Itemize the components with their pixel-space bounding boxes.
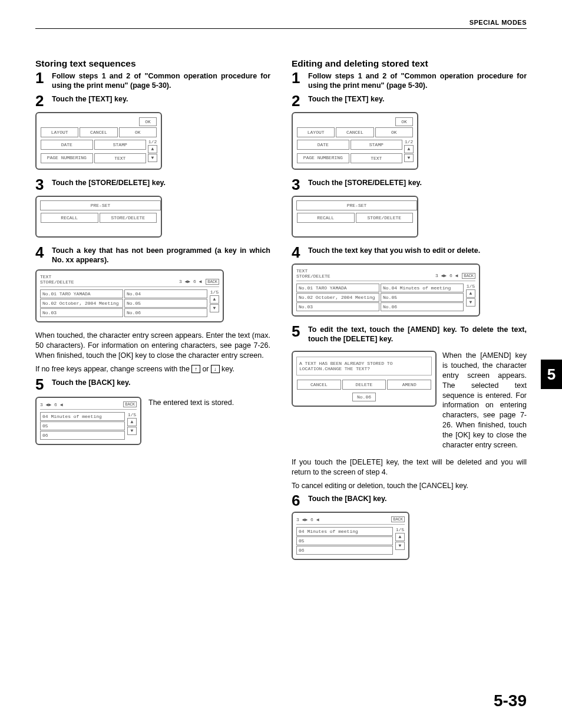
list-item[interactable]: No.05 bbox=[124, 299, 207, 308]
page-numbering-button[interactable]: PAGE NUMBERING bbox=[297, 153, 349, 163]
header-section: SPECIAL MODES bbox=[35, 19, 527, 26]
scroll: 1/5 ▲ ▼ bbox=[210, 289, 219, 318]
menu-screen: OK LAYOUT CANCEL OK DATE STAMP PAGE NUMB… bbox=[35, 112, 162, 170]
list-item[interactable]: No.06 bbox=[124, 308, 207, 317]
step-number: 2 bbox=[35, 94, 48, 107]
step-number: 6 bbox=[292, 494, 305, 507]
ok-button[interactable]: OK bbox=[139, 117, 157, 126]
back-screen: 3 ◀▶ 6 ◀ BACK 04 Minutes of meeting 05 0… bbox=[292, 512, 409, 560]
list-item[interactable]: 06 bbox=[40, 431, 125, 440]
list-item[interactable]: No.03 bbox=[40, 308, 123, 317]
right-title: Editing and deleting stored text bbox=[292, 58, 527, 69]
cancel-button[interactable]: CANCEL bbox=[80, 127, 117, 137]
step-number: 5 bbox=[35, 378, 48, 391]
step-number: 1 bbox=[35, 71, 48, 84]
down-icon[interactable]: ▼ bbox=[127, 427, 137, 435]
scroll: 1/5 ▲ ▼ bbox=[127, 412, 137, 440]
up-icon[interactable]: ▲ bbox=[466, 289, 475, 298]
text: key. bbox=[220, 365, 234, 373]
text: or bbox=[200, 365, 211, 373]
cancel-button[interactable]: CANCEL bbox=[297, 380, 341, 390]
list-item[interactable]: No.04 Minutes of meeting bbox=[381, 284, 464, 292]
back-button[interactable]: BACK bbox=[123, 401, 137, 407]
date-button[interactable]: DATE bbox=[297, 140, 349, 150]
text-button[interactable]: TEXT bbox=[94, 153, 147, 163]
stamp-button[interactable]: STAMP bbox=[351, 140, 403, 150]
down-icon[interactable]: ▼ bbox=[404, 154, 414, 162]
back-button[interactable]: BACK bbox=[206, 279, 219, 285]
back-screen: 3 ◀▶ 6 ◀ BACK 04 Minutes of meeting 05 0… bbox=[35, 397, 141, 445]
right-step-4: 4 Touch the text key that you wish to ed… bbox=[292, 246, 527, 259]
up-icon[interactable]: ▲ bbox=[210, 295, 219, 304]
back-button[interactable]: BACK bbox=[391, 516, 405, 522]
down-icon[interactable]: ▼ bbox=[210, 304, 219, 312]
step-text: Touch the [TEXT] key. bbox=[308, 94, 527, 104]
list-item[interactable]: No.04 bbox=[124, 289, 207, 298]
right-step-1: 1 Follow steps 1 and 2 of "Common operat… bbox=[292, 71, 527, 91]
nav-indicator: 3 ◀▶ 6 ◀ bbox=[40, 402, 62, 407]
list-item[interactable]: No.03 bbox=[296, 302, 379, 311]
up-icon[interactable]: ▲ bbox=[127, 418, 137, 426]
step-text: To edit the text, touch the [AMEND] key.… bbox=[308, 325, 527, 344]
list-item[interactable]: 05 bbox=[296, 536, 393, 545]
up-icon[interactable]: ▲ bbox=[404, 145, 414, 153]
down-icon[interactable]: ▼ bbox=[148, 154, 157, 162]
down-icon[interactable]: ▼ bbox=[395, 542, 405, 550]
list-item[interactable]: No.01 TARO YAMADA bbox=[40, 289, 123, 298]
text-button[interactable]: TEXT bbox=[351, 153, 403, 163]
store-delete-button[interactable]: STORE/DELETE bbox=[356, 213, 414, 223]
list-item[interactable]: 06 bbox=[296, 546, 393, 555]
ok-button[interactable]: OK bbox=[119, 127, 157, 137]
ok-button[interactable]: OK bbox=[395, 117, 413, 126]
layout-button[interactable]: LAYOUT bbox=[297, 127, 335, 137]
list-item[interactable]: 05 bbox=[40, 421, 125, 430]
stamp-button[interactable]: STAMP bbox=[94, 140, 147, 150]
step-text: Touch the [TEXT] key. bbox=[52, 94, 270, 104]
nav-indicator: 3 ◀▶ 6 ◀ bbox=[296, 517, 319, 522]
rule bbox=[35, 28, 527, 29]
right-column: Editing and deleting stored text 1 Follo… bbox=[292, 58, 527, 568]
page-numbering-button[interactable]: PAGE NUMBERING bbox=[41, 153, 93, 163]
recall-button[interactable]: RECALL bbox=[41, 213, 98, 223]
recall-button[interactable]: RECALL bbox=[297, 213, 355, 223]
step-text: Touch the [STORE/DELETE] key. bbox=[308, 178, 527, 187]
store-delete-button[interactable]: STORE/DELETE bbox=[100, 213, 157, 223]
step-number: 3 bbox=[35, 178, 48, 191]
preset-label: PRE-SET bbox=[40, 200, 161, 210]
list-item[interactable]: No.02 October, 2004 Meeting bbox=[296, 293, 379, 302]
page-indicator: 1/5 bbox=[467, 284, 475, 289]
step-number: 1 bbox=[292, 71, 305, 84]
step-text: Touch the [BACK] key. bbox=[308, 494, 527, 503]
list-item[interactable]: No.02 October, 2004 Meeting bbox=[40, 299, 123, 308]
breadcrumb: STORE/DELETE bbox=[296, 274, 330, 279]
list-item[interactable]: No.06 bbox=[381, 302, 464, 311]
date-button[interactable]: DATE bbox=[41, 140, 93, 150]
list-item[interactable]: No.05 bbox=[381, 293, 464, 302]
delete-button[interactable]: DELETE bbox=[342, 380, 386, 390]
scroll: 1/2 ▲ ▼ bbox=[404, 139, 414, 165]
layout-button[interactable]: LAYOUT bbox=[41, 127, 78, 137]
cancel-button[interactable]: CANCEL bbox=[336, 127, 373, 137]
right-step-3: 3 Touch the [STORE/DELETE] key. bbox=[292, 178, 527, 191]
back-button[interactable]: BACK bbox=[462, 273, 475, 279]
dialog-message: A TEXT HAS BEEN ALREADY STORED TO LOCATI… bbox=[296, 357, 432, 375]
list-item[interactable]: No.01 TARO YAMADA bbox=[296, 284, 379, 292]
up-icon[interactable]: ▲ bbox=[148, 145, 157, 153]
list-item[interactable]: 04 Minutes of meeting bbox=[296, 527, 393, 536]
page: SPECIAL MODES Storing text sequences 1 F… bbox=[0, 0, 562, 728]
right-step-6: 6 Touch the [BACK] key. bbox=[292, 494, 527, 507]
chapter-tab: 5 bbox=[541, 360, 562, 389]
left-step-1: 1 Follow steps 1 and 2 of "Common operat… bbox=[35, 71, 270, 91]
ok-button[interactable]: OK bbox=[375, 127, 413, 137]
step-number: 5 bbox=[292, 325, 305, 338]
slot-label: No.06 bbox=[352, 393, 376, 401]
list-item[interactable]: 04 Minutes of meeting bbox=[40, 412, 125, 421]
down-icon[interactable]: ▼ bbox=[466, 298, 475, 307]
up-icon[interactable]: ▲ bbox=[395, 533, 405, 541]
breadcrumb: TEXT bbox=[296, 268, 308, 274]
list-screen-right: TEXT STORE/DELETE 3 ◀▶ 6 ◀ BACK No.01 TA… bbox=[292, 263, 480, 317]
right-step-5: 5 To edit the text, touch the [AMEND] ke… bbox=[292, 325, 527, 344]
page-indicator: 1/5 bbox=[396, 527, 404, 532]
amend-button[interactable]: AMEND bbox=[387, 380, 431, 390]
breadcrumb: STORE/DELETE bbox=[40, 279, 74, 285]
